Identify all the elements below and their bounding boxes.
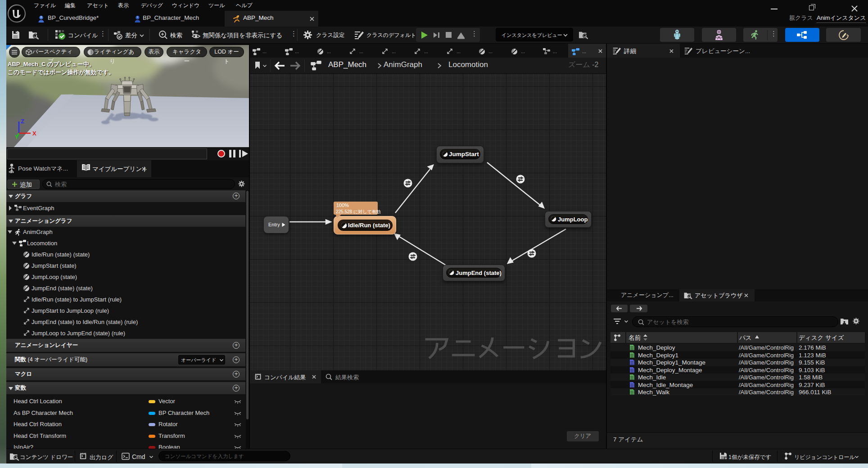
svg-text:Y: Y bbox=[15, 134, 19, 140]
svg-text:X: X bbox=[32, 130, 36, 137]
svg-text:Z: Z bbox=[21, 118, 24, 125]
